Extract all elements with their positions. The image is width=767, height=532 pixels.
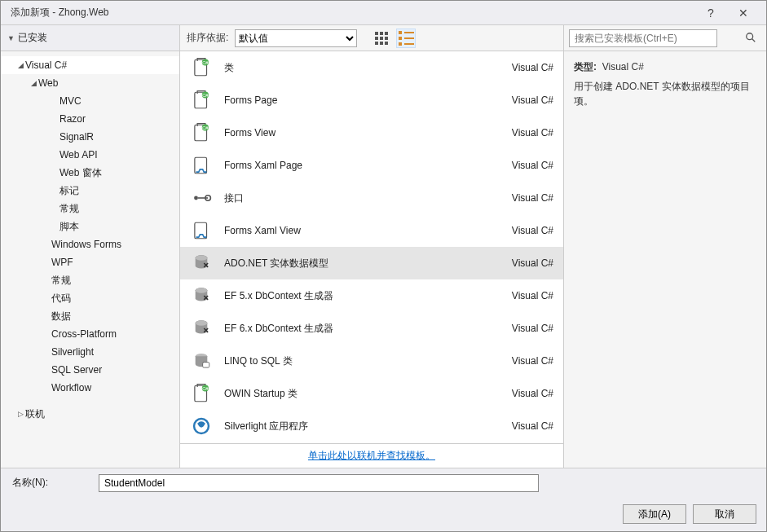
online-section[interactable]: ▷ 联机 — [1, 405, 179, 423]
detail-type-row: 类型: Visual C# — [574, 59, 756, 74]
template-row[interactable]: EF 6.x DbContext 生成器Visual C# — [180, 312, 563, 345]
sidebar-item[interactable]: Web API — [1, 146, 179, 164]
chevron-down-icon: ◢ — [15, 61, 25, 69]
sidebar-item-label: MVC — [60, 95, 82, 107]
search-area — [564, 25, 766, 51]
template-label: Forms Xaml Page — [224, 160, 505, 171]
sidebar-item-label: 脚本 — [60, 220, 79, 234]
sidebar-item[interactable]: 标记 — [1, 182, 179, 200]
template-label: ADO.NET 实体数据模型 — [224, 257, 505, 270]
sort-dropdown[interactable]: 默认值 — [235, 29, 357, 47]
name-label: 名称(N): — [7, 476, 99, 490]
sidebar-item[interactable]: Windows Forms — [1, 235, 179, 253]
sidebar-item-label: 常规 — [60, 202, 79, 216]
template-language: Visual C# — [512, 95, 553, 106]
view-grid-button[interactable] — [372, 29, 391, 48]
template-row[interactable]: 接口Visual C# — [180, 182, 563, 214]
template-label: Forms Xaml View — [224, 225, 505, 236]
template-list[interactable]: C#类Visual C#C#Forms PageVisual C#C#Forms… — [180, 51, 563, 443]
svg-text:C#: C# — [202, 93, 209, 98]
sidebar-item[interactable]: 常规 — [1, 271, 179, 289]
sidebar-item-label: SignalR — [60, 131, 94, 143]
class-icon: C# — [190, 382, 213, 405]
template-row[interactable]: C#OWIN Startup 类Visual C# — [180, 377, 563, 410]
chevron-right-icon: ▷ — [15, 410, 25, 418]
template-language: Visual C# — [512, 160, 553, 171]
svg-text:C#: C# — [202, 60, 209, 65]
installed-header[interactable]: ▼ 已安装 — [1, 25, 180, 51]
search-input[interactable] — [569, 29, 717, 47]
chevron-down-icon: ▼ — [7, 34, 15, 42]
sidebar-item[interactable]: SQL Server — [1, 361, 179, 379]
sidebar-item[interactable]: Razor — [1, 110, 179, 128]
svg-point-21 — [196, 320, 208, 326]
template-row[interactable]: ADO.NET 实体数据模型Visual C# — [180, 247, 563, 279]
forms-icon: C# — [190, 89, 213, 112]
add-button[interactable]: 添加(A) — [623, 504, 686, 524]
search-icon[interactable] — [745, 32, 756, 46]
sort-label: 排序依据: — [187, 31, 228, 45]
template-label: Silverlight 应用程序 — [224, 420, 505, 433]
sidebar-item-label: Cross-Platform — [51, 328, 117, 340]
cancel-button[interactable]: 取消 — [693, 504, 756, 524]
template-language: Visual C# — [512, 127, 553, 138]
svg-rect-23 — [203, 363, 209, 368]
online-templates-link[interactable]: 单击此处以联机并查找模板。 — [308, 449, 435, 463]
sidebar-item[interactable]: 代码 — [1, 289, 179, 307]
svg-point-19 — [196, 288, 208, 293]
sidebar: ◢Visual C#◢WebMVCRazorSignalRWeb APIWeb … — [1, 51, 180, 468]
ef-icon — [190, 317, 213, 340]
sidebar-item[interactable]: Silverlight — [1, 343, 179, 361]
template-row[interactable]: C#类Visual C# — [180, 51, 563, 84]
online-label: 联机 — [25, 407, 45, 421]
template-row[interactable]: C#Forms PageVisual C# — [180, 84, 563, 117]
detail-type-value: Visual C# — [602, 61, 644, 73]
sidebar-item-label: Web API — [60, 149, 97, 160]
sidebar-item[interactable]: 常规 — [1, 200, 179, 218]
template-language: Visual C# — [512, 257, 553, 269]
sidebar-item[interactable]: Web 窗体 — [1, 164, 179, 182]
chevron-down-icon: ◢ — [29, 79, 38, 87]
svg-text:C#: C# — [202, 386, 209, 391]
template-row[interactable]: LINQ to SQL 类Visual C# — [180, 345, 563, 377]
name-input[interactable] — [99, 474, 539, 492]
main-area: ◢Visual C#◢WebMVCRazorSignalRWeb APIWeb … — [1, 51, 766, 468]
svg-line-1 — [752, 38, 756, 42]
sidebar-item[interactable]: WPF — [1, 253, 179, 271]
template-row[interactable]: Forms Xaml ViewVisual C# — [180, 214, 563, 247]
help-icon: ? — [707, 7, 714, 20]
template-language: Visual C# — [512, 225, 553, 236]
sidebar-item[interactable]: Cross-Platform — [1, 325, 179, 343]
template-language: Visual C# — [512, 420, 553, 432]
template-language: Visual C# — [512, 62, 553, 73]
sidebar-item[interactable]: 数据 — [1, 307, 179, 325]
svg-point-17 — [196, 255, 208, 261]
template-row[interactable]: EF 5.x DbContext 生成器Visual C# — [180, 279, 563, 312]
detail-type-label: 类型: — [574, 61, 597, 73]
sidebar-item[interactable]: MVC — [1, 92, 179, 110]
template-language: Visual C# — [512, 355, 553, 367]
template-row[interactable]: Forms Xaml PageVisual C# — [180, 149, 563, 182]
close-button[interactable]: ✕ — [727, 2, 760, 24]
template-label: EF 6.x DbContext 生成器 — [224, 322, 505, 336]
sidebar-item[interactable]: SignalR — [1, 128, 179, 146]
sidebar-item[interactable]: ◢Web — [1, 74, 179, 92]
class-icon: C# — [190, 56, 213, 79]
button-row: 添加(A) 取消 — [1, 497, 766, 531]
sidebar-item-label: Web 窗体 — [60, 166, 102, 180]
center-pane: C#类Visual C#C#Forms PageVisual C#C#Forms… — [180, 51, 564, 468]
sidebar-item[interactable]: ◢Visual C# — [1, 56, 179, 74]
sidebar-item-label: 常规 — [51, 274, 71, 288]
installed-label: 已安装 — [18, 31, 47, 45]
center-toolbar: 排序依据: 默认值 — [180, 25, 564, 51]
ado-icon — [190, 252, 213, 275]
view-list-button[interactable] — [396, 29, 416, 48]
details-pane: 类型: Visual C# 用于创建 ADO.NET 实体数据模型的项目项。 — [564, 51, 766, 468]
sidebar-item[interactable]: 脚本 — [1, 218, 179, 235]
sidebar-item-label: Razor — [60, 113, 86, 125]
help-button[interactable]: ? — [694, 2, 727, 24]
template-label: LINQ to SQL 类 — [224, 354, 505, 368]
template-row[interactable]: C#Forms ViewVisual C# — [180, 117, 563, 149]
template-row[interactable]: Silverlight 应用程序Visual C# — [180, 410, 563, 442]
sidebar-item[interactable]: Workflow — [1, 379, 179, 397]
